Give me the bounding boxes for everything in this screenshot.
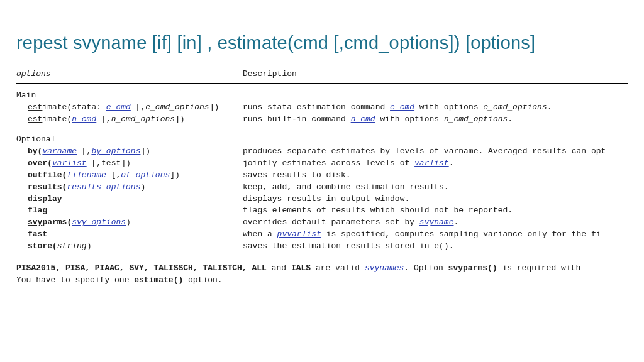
row-results: results(results_options) keep, add, and … [16, 182, 628, 194]
opt-name: store( [28, 241, 57, 251]
txt: jointly estimates across levels of [243, 158, 414, 168]
desc: saves the estimation results stored in e… [243, 241, 453, 253]
link-by-options[interactable]: by_options [91, 146, 140, 156]
row-store: store(string) saves the estimation resul… [16, 241, 628, 253]
txt: ) [126, 217, 131, 227]
link-varlist[interactable]: varlist [52, 158, 87, 168]
txt: with options [414, 102, 483, 112]
opt-name: by( [28, 146, 42, 156]
txt: PISA2015, PISA, PIAAC, SVY, TALISSCH, TA… [16, 263, 267, 273]
row-outfile: outfile(filename [,of_options]) saves re… [16, 170, 628, 182]
desc: flags elements of results which should n… [243, 205, 513, 217]
section-optional: Optional [16, 134, 628, 146]
txt: runs stata estimation command [243, 102, 390, 112]
link-n-cmd[interactable]: n_cmd [72, 114, 96, 124]
opt-name: over( [28, 158, 52, 168]
link-varlist[interactable]: varlist [414, 158, 449, 168]
opt-name: display [28, 194, 62, 204]
opt-name: fast [28, 229, 47, 239]
row-svyparms: svyparms(svy_options) overrides default … [16, 217, 628, 229]
header-options: options [16, 69, 243, 80]
desc: produces separate estimates by levels of… [243, 146, 606, 158]
txt: ]) [170, 170, 180, 180]
txt: ]) [140, 146, 150, 156]
txt: ]) [209, 102, 219, 112]
arg: n_cmd_options [444, 114, 508, 124]
txt: and [267, 263, 291, 273]
txt: [, [131, 102, 145, 112]
txt: [, [77, 146, 91, 156]
txt: . [449, 158, 454, 168]
row-estimate-builtin: estimate(n_cmd [,n_cmd_options]) runs bu… [16, 114, 628, 126]
opt-name: outfile( [28, 170, 67, 180]
row-display: display displays results in output windo… [16, 194, 628, 206]
txt: are valid [311, 263, 365, 273]
row-over: over(varlist [,test]) jointly estimates … [16, 158, 628, 170]
column-header-row: options Description [16, 69, 628, 84]
link-varname[interactable]: varname [42, 146, 77, 156]
arg: string [57, 241, 87, 251]
arg: n_cmd_options [111, 114, 175, 124]
txt: ) [140, 182, 145, 192]
abbrev: est [28, 102, 42, 112]
section-main: Main [16, 90, 628, 102]
txt: imate( [42, 114, 72, 124]
link-svynames[interactable]: svynames [365, 263, 404, 273]
header-description: Description [243, 69, 297, 80]
txt: overrides default parameters set by [243, 217, 419, 227]
txt: ]) [175, 114, 185, 124]
link-of-options[interactable]: of_options [121, 170, 170, 180]
divider [16, 258, 628, 258]
txt: . [453, 217, 458, 227]
desc: saves results to disk. [243, 170, 351, 182]
link-svyname[interactable]: svyname [419, 217, 454, 227]
link-e-cmd[interactable]: e_cmd [106, 102, 131, 112]
row-flag: flag flags elements of results which sho… [16, 205, 628, 217]
desc: displays results in output window. [243, 194, 409, 206]
txt: . Option [404, 263, 448, 273]
notes-block: PISA2015, PISA, PIAAC, SVY, TALISSCH, TA… [16, 262, 628, 287]
link-svy-options[interactable]: svy_options [72, 217, 126, 227]
txt: option. [183, 275, 222, 285]
txt: . [508, 114, 513, 124]
opt-name: flag [28, 206, 47, 215]
page-title: repest svyname [if] [in] , estimate(cmd … [16, 33, 628, 53]
arg: e_cmd_options [145, 102, 209, 112]
desc: keep, add, and combine estimation result… [243, 182, 449, 194]
txt: imate() [149, 275, 184, 285]
txt: IALS [291, 263, 311, 273]
txt: runs built-in command [243, 114, 351, 124]
txt: [, [96, 114, 111, 124]
link-n-cmd[interactable]: n_cmd [351, 114, 375, 124]
link-results-options[interactable]: results_options [67, 182, 140, 192]
row-fast: fast when a pvvarlist is specified, comp… [16, 229, 628, 241]
txt: when a [243, 229, 277, 239]
txt: imate(stata: [42, 102, 106, 112]
arg: e_cmd_options [483, 102, 547, 112]
row-by: by(varname [,by_options]) produces separ… [16, 146, 628, 158]
txt: ) [87, 241, 92, 251]
txt: is specified, computes sampling variance… [321, 229, 601, 239]
txt: with options [375, 114, 444, 124]
link-filename[interactable]: filename [67, 170, 106, 180]
abbrev: svy [28, 217, 42, 227]
opt-name: results( [28, 182, 67, 192]
abbrev: est [28, 114, 42, 124]
txt: parms( [42, 217, 72, 227]
link-pvvarlist[interactable]: pvvarlist [277, 229, 321, 239]
txt: [, [106, 170, 121, 180]
txt: is required with [497, 263, 581, 273]
txt: You have to specify one [16, 275, 134, 285]
txt: [,test]) [87, 158, 131, 168]
row-estimate-stata: estimate(stata: e_cmd [,e_cmd_options]) … [16, 102, 628, 114]
txt: svyparms() [448, 263, 497, 273]
link-e-cmd[interactable]: e_cmd [390, 102, 414, 112]
txt: . [547, 102, 552, 112]
abbrev: est [134, 275, 148, 285]
